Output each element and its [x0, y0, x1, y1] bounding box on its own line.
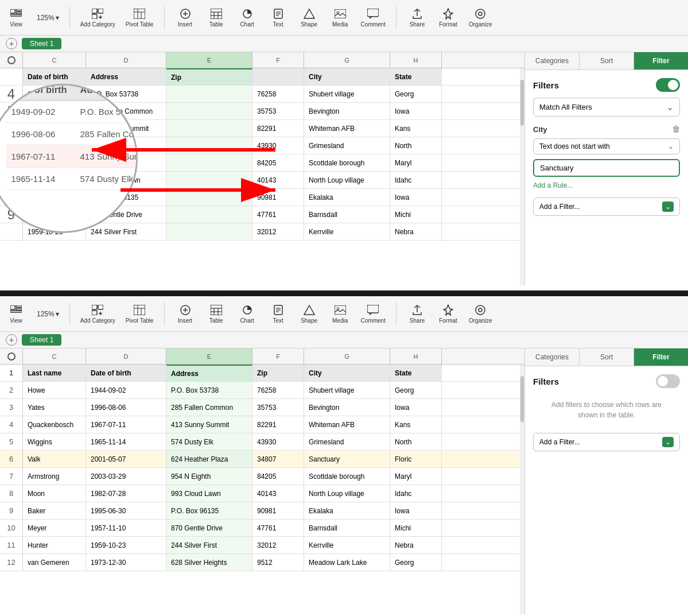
col-header-e-b[interactable]: E: [166, 348, 252, 364]
chart-button-b[interactable]: Chart: [237, 304, 258, 324]
condition-dropdown[interactable]: Text does not start with ⌄: [533, 138, 680, 154]
view-button[interactable]: View: [6, 7, 26, 28]
col-header-g[interactable]: G: [304, 52, 390, 68]
add-rule-link[interactable]: Add a Rule...: [533, 181, 680, 189]
sort-tab-bottom[interactable]: Sort: [580, 348, 634, 366]
add-sheet-button-b[interactable]: +: [6, 334, 17, 346]
media-button[interactable]: Media: [330, 7, 351, 28]
insert-icon-b: [179, 304, 192, 316]
col-header-f[interactable]: F: [252, 52, 304, 68]
chevron-down-icon: ⌄: [666, 102, 674, 113]
organize-button-b[interactable]: Organize: [469, 304, 492, 324]
view-icon-b: [10, 304, 22, 316]
format-icon: [442, 7, 454, 20]
comment-button-b[interactable]: Comment: [361, 304, 386, 324]
categories-tab-bottom[interactable]: Categories: [525, 348, 580, 366]
row-num: [0, 154, 23, 171]
format-button-b[interactable]: Format: [438, 304, 458, 324]
table-button-b[interactable]: Table: [206, 304, 227, 324]
sort-tab-top[interactable]: Sort: [580, 52, 634, 69]
match-all-dropdown[interactable]: Match All Filters ⌄: [533, 98, 680, 117]
pivot-table-button-b[interactable]: Pivot Table: [126, 304, 154, 324]
toolbar-divider-b2: [164, 303, 165, 326]
add-filter-dropdown-bottom[interactable]: Add a Filter... ⌄: [533, 433, 680, 451]
col-header-g-b[interactable]: G: [304, 348, 390, 364]
table-row: 4 1949-09-02 P.O. Box 53738 76258 Shuber…: [0, 86, 524, 103]
col-lastname-header: Date of birth: [23, 68, 86, 85]
format-button[interactable]: Format: [438, 7, 458, 28]
data-table-top: Date of birth Address Zip City State 4 1…: [0, 68, 524, 241]
zoom-control-b[interactable]: 125% ▾: [37, 310, 59, 318]
text-label-b: Text: [273, 317, 283, 324]
col-header-d-b[interactable]: D: [86, 348, 166, 364]
table-row: 2 Howe 1944-09-02 P.O. Box 53738 76258 S…: [0, 382, 524, 399]
table-row: 7 Armstrong 2003-03-29 954 N Eighth 8420…: [0, 468, 524, 485]
table-button[interactable]: Table: [206, 7, 227, 28]
text-button-b[interactable]: Text: [268, 304, 289, 324]
filter-tab-bottom[interactable]: Filter: [634, 348, 688, 366]
col-state-header: State: [390, 68, 442, 85]
filters-toggle[interactable]: [656, 78, 680, 92]
organize-button[interactable]: Organize: [469, 7, 492, 28]
col-header-c[interactable]: C: [23, 52, 86, 68]
filter-value-input[interactable]: [533, 159, 680, 177]
add-filter-dropdown-top[interactable]: Add a Filter... ⌄: [533, 197, 680, 216]
scrollbar-bottom[interactable]: [520, 365, 524, 614]
shape-button[interactable]: Shape: [299, 7, 320, 28]
zoom-control[interactable]: 125% ▾: [37, 14, 59, 22]
row-num: 4: [0, 416, 23, 433]
add-sheet-button[interactable]: +: [6, 38, 17, 49]
comment-icon: [367, 7, 379, 20]
comment-label: Comment: [361, 21, 386, 28]
top-main-layout: C D E F G H Date of birth Address Zip Ci…: [0, 52, 688, 285]
categories-tab-top[interactable]: Categories: [525, 52, 580, 69]
view-button-b[interactable]: View: [6, 304, 26, 324]
pivot-table-button[interactable]: Pivot Table: [126, 7, 154, 28]
row-num: 2: [0, 382, 23, 398]
add-category-button-b[interactable]: Add Category: [80, 304, 115, 324]
media-button-b[interactable]: Media: [330, 304, 351, 324]
chart-label: Chart: [240, 21, 254, 28]
share-button-b[interactable]: Share: [407, 304, 427, 324]
col-header-e[interactable]: E: [166, 52, 252, 68]
view-icon: [10, 7, 22, 20]
scroll-thumb: [520, 80, 524, 126]
filter-tab-top[interactable]: Filter: [634, 52, 688, 69]
svg-rect-37: [16, 305, 22, 307]
text-label: Text: [273, 21, 283, 28]
chevron-down-green-icon-b: ⌄: [662, 437, 674, 447]
sheet-tab-1-b[interactable]: Sheet 1: [22, 334, 61, 346]
text-button[interactable]: Text: [268, 7, 289, 28]
col-header-h[interactable]: H: [390, 52, 442, 68]
table-row: Date of birth Address Zip City State: [0, 68, 524, 86]
insert-label: Insert: [178, 21, 192, 28]
share-icon: [411, 7, 423, 20]
share-icon-b: [411, 304, 423, 316]
format-label-b: Format: [439, 317, 457, 324]
row-num: [0, 189, 23, 206]
col-header-f-b[interactable]: F: [252, 348, 304, 364]
col-header-d[interactable]: D: [86, 52, 166, 68]
table-row: 5 96-08-06 285 Fallen Common 35753 Bevin…: [0, 103, 524, 120]
share-label-b: Share: [410, 317, 425, 324]
insert-button-b[interactable]: Insert: [175, 304, 196, 324]
insert-button[interactable]: Insert: [175, 7, 196, 28]
chart-button[interactable]: Chart: [237, 7, 258, 28]
col-header-c-b[interactable]: C: [23, 348, 86, 364]
col-address-header: Zip: [166, 68, 252, 85]
comment-button[interactable]: Comment: [361, 7, 386, 28]
svg-point-66: [476, 305, 485, 315]
shape-button-b[interactable]: Shape: [299, 304, 320, 324]
svg-rect-39: [10, 311, 22, 312]
svg-marker-62: [304, 305, 314, 315]
sheet-tab-1[interactable]: Sheet 1: [22, 38, 61, 49]
col-header-h-b[interactable]: H: [390, 348, 442, 364]
row-num: 7: [0, 137, 23, 154]
trash-icon[interactable]: 🗑: [672, 125, 680, 134]
filters-toggle-b[interactable]: [656, 374, 680, 388]
add-category-button[interactable]: Add Category: [80, 7, 115, 28]
table-row: 4 Quackenbosch 1967-07-11 413 Sunny Summ…: [0, 416, 524, 433]
scrollbar-top[interactable]: [520, 68, 524, 285]
chevron-down-green-icon: ⌄: [662, 202, 674, 212]
share-button[interactable]: Share: [407, 7, 427, 28]
